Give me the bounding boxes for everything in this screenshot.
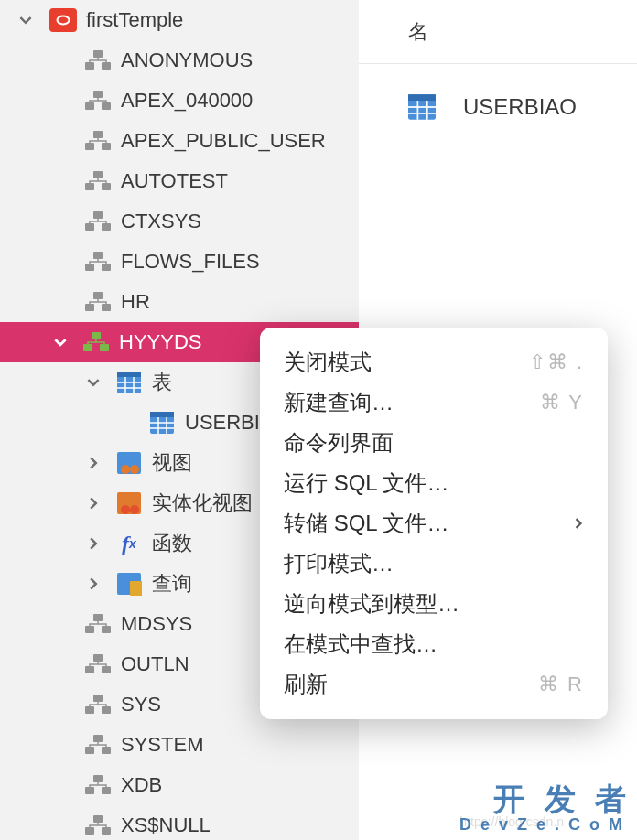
chevron-right-icon[interactable] xyxy=(84,575,103,593)
schema-icon xyxy=(84,813,112,837)
svg-rect-24 xyxy=(100,344,109,351)
schema-label: ANONYMOUS xyxy=(121,48,253,72)
svg-rect-32 xyxy=(150,412,174,417)
menu-item-label: 逆向模式到模型… xyxy=(284,589,459,619)
menu-shortcut: ⇧⌘ . xyxy=(529,350,584,374)
chevron-right-icon[interactable] xyxy=(84,494,103,512)
schema-label: APEX_040000 xyxy=(121,89,253,113)
menu-item[interactable]: 刷新⌘ R xyxy=(260,664,608,705)
schema-row[interactable]: FLOWS_FILES xyxy=(0,242,359,282)
svg-rect-15 xyxy=(102,223,111,231)
schema-row[interactable]: XS$NULL xyxy=(0,805,359,840)
chevron-down-icon[interactable] xyxy=(51,333,70,351)
svg-rect-20 xyxy=(85,304,94,311)
watermark: 开 发 者 DevZe.CoM xyxy=(459,782,632,835)
svg-rect-14 xyxy=(85,223,94,231)
mviews-label: 实体化视图 xyxy=(152,490,253,517)
schema-icon xyxy=(84,129,112,153)
connection-row[interactable]: firstTemple xyxy=(0,0,359,40)
chevron-right-icon xyxy=(573,511,584,536)
functions-label: 函数 xyxy=(152,530,192,557)
menu-item-label: 在模式中查找… xyxy=(284,630,437,659)
schema-row[interactable]: HR xyxy=(0,282,359,322)
schema-row[interactable]: APEX_040000 xyxy=(0,81,359,121)
schema-row[interactable]: APEX_PUBLIC_USER xyxy=(0,121,359,161)
table-row[interactable]: USERBIAO xyxy=(359,64,637,121)
schema-label: APEX_PUBLIC_USER xyxy=(121,129,326,153)
column-header-label: 名 xyxy=(408,18,428,46)
menu-item[interactable]: 命令列界面 xyxy=(260,423,608,463)
svg-rect-45 xyxy=(93,614,103,621)
column-header[interactable]: 名 xyxy=(359,0,637,64)
svg-rect-26 xyxy=(117,372,141,377)
schema-icon xyxy=(84,89,112,113)
svg-rect-62 xyxy=(102,827,111,835)
menu-item[interactable]: 打印模式… xyxy=(260,544,608,584)
schema-label: HR xyxy=(121,290,150,314)
menu-item-label: 转储 SQL 文件… xyxy=(284,509,448,538)
schema-icon xyxy=(84,169,112,193)
svg-rect-47 xyxy=(102,626,111,633)
database-icon xyxy=(49,8,77,32)
menu-item[interactable]: 转储 SQL 文件… xyxy=(260,503,608,544)
svg-rect-22 xyxy=(92,332,101,339)
chevron-right-icon[interactable] xyxy=(84,454,103,472)
schema-label: SYSTEM xyxy=(121,733,203,757)
svg-rect-9 xyxy=(102,143,111,150)
context-menu: 关闭模式⇧⌘ .新建查询…⌘ Y命令列界面运行 SQL 文件…转储 SQL 文件… xyxy=(260,328,608,719)
svg-rect-13 xyxy=(93,211,103,219)
schema-label: HYYYDS xyxy=(119,330,201,354)
schema-row[interactable]: ANONYMOUS xyxy=(0,40,359,81)
schema-row[interactable]: SYSTEM xyxy=(0,725,359,765)
table-icon xyxy=(148,411,176,435)
schema-icon xyxy=(82,330,110,354)
svg-rect-10 xyxy=(93,171,103,178)
table-icon xyxy=(406,93,437,121)
svg-rect-52 xyxy=(85,706,94,714)
chevron-right-icon[interactable] xyxy=(84,534,103,553)
menu-item[interactable]: 在模式中查找… xyxy=(260,624,608,664)
svg-rect-53 xyxy=(102,706,111,714)
schema-label: OUTLN xyxy=(121,652,189,676)
menu-item-label: 运行 SQL 文件… xyxy=(284,468,448,498)
svg-rect-18 xyxy=(102,264,111,271)
schema-icon xyxy=(84,210,112,233)
chevron-down-icon[interactable] xyxy=(84,373,103,392)
schema-label: AUTOTEST xyxy=(121,169,228,193)
table-name: USERBIAO xyxy=(463,94,577,120)
svg-rect-23 xyxy=(83,344,92,351)
svg-point-39 xyxy=(130,465,139,474)
svg-rect-11 xyxy=(85,183,94,190)
schema-icon xyxy=(84,693,112,716)
menu-item[interactable]: 关闭模式⇧⌘ . xyxy=(260,342,608,382)
schema-icon xyxy=(84,733,112,757)
schema-row[interactable]: AUTOTEST xyxy=(0,161,359,201)
menu-item[interactable]: 逆向模式到模型… xyxy=(260,584,608,624)
menu-item[interactable]: 运行 SQL 文件… xyxy=(260,463,608,503)
svg-point-42 xyxy=(130,505,139,514)
schema-row[interactable]: CTXSYS xyxy=(0,201,359,242)
svg-rect-50 xyxy=(102,666,111,673)
views-label: 视图 xyxy=(152,449,192,477)
table-icon xyxy=(115,371,143,394)
svg-rect-6 xyxy=(102,102,111,110)
schema-icon xyxy=(84,290,112,314)
svg-rect-57 xyxy=(93,775,103,782)
menu-shortcut: ⌘ Y xyxy=(540,391,584,415)
svg-point-38 xyxy=(121,465,130,474)
schema-row[interactable]: XDB xyxy=(0,765,359,805)
view-icon xyxy=(115,451,143,475)
chevron-down-icon[interactable] xyxy=(16,11,35,29)
svg-rect-48 xyxy=(93,654,103,662)
schema-label: XDB xyxy=(121,773,162,797)
svg-rect-56 xyxy=(102,747,111,754)
menu-item-label: 刷新 xyxy=(284,670,328,699)
svg-rect-8 xyxy=(85,143,94,150)
menu-item-label: 关闭模式 xyxy=(284,348,372,377)
menu-shortcut: ⌘ R xyxy=(538,673,584,696)
watermark-line1: 开 发 者 xyxy=(493,781,632,816)
schema-icon xyxy=(84,612,112,636)
schema-label: FLOWS_FILES xyxy=(121,250,260,274)
svg-rect-55 xyxy=(85,747,94,754)
menu-item[interactable]: 新建查询…⌘ Y xyxy=(260,382,608,423)
